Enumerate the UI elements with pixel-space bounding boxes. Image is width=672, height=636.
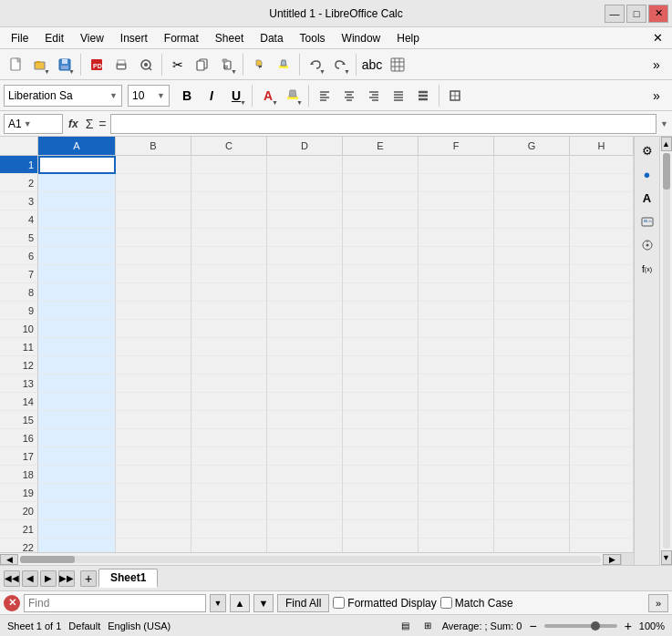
list-item[interactable]: [419, 429, 494, 447]
match-case-checkbox[interactable]: [440, 597, 452, 609]
list-item[interactable]: [419, 411, 494, 429]
list-item[interactable]: [343, 338, 419, 356]
list-item[interactable]: [116, 502, 191, 520]
list-item[interactable]: [419, 192, 494, 210]
list-item[interactable]: [343, 484, 419, 502]
v-scroll-track[interactable]: [663, 153, 670, 549]
list-item[interactable]: [267, 393, 343, 411]
col-header-A[interactable]: A: [38, 137, 116, 155]
list-item[interactable]: [343, 411, 419, 429]
menu-window[interactable]: Window: [335, 30, 388, 46]
scroll-down-button[interactable]: ▼: [661, 550, 672, 565]
row-number-2[interactable]: 2: [0, 174, 38, 192]
list-item[interactable]: [343, 229, 419, 247]
list-item[interactable]: [191, 174, 267, 192]
redo-button[interactable]: ▼: [328, 53, 352, 77]
find-all-button[interactable]: Find All: [277, 594, 329, 612]
list-item[interactable]: [191, 265, 267, 283]
list-item[interactable]: [38, 156, 116, 174]
list-item[interactable]: [38, 247, 116, 265]
row-number-1[interactable]: 1: [0, 156, 38, 174]
list-item[interactable]: [267, 466, 343, 484]
row-number-14[interactable]: 14: [0, 393, 38, 411]
list-item[interactable]: [191, 466, 267, 484]
list-item[interactable]: [267, 539, 343, 552]
list-item[interactable]: [343, 156, 419, 174]
list-item[interactable]: [570, 429, 634, 447]
row-number-16[interactable]: 16: [0, 429, 38, 447]
list-item[interactable]: [191, 520, 267, 539]
list-item[interactable]: [494, 247, 570, 265]
pdf-button[interactable]: PDF: [85, 53, 109, 77]
list-item[interactable]: [494, 502, 570, 520]
list-item[interactable]: [419, 374, 494, 393]
list-item[interactable]: [419, 229, 494, 247]
list-item[interactable]: [494, 229, 570, 247]
list-item[interactable]: [267, 429, 343, 447]
list-item[interactable]: [38, 466, 116, 484]
formula-mode-icon[interactable]: ⊞: [420, 619, 435, 633]
copy-button[interactable]: [191, 53, 214, 77]
list-item[interactable]: [343, 393, 419, 411]
list-item[interactable]: [570, 283, 634, 302]
row-number-17[interactable]: 17: [0, 447, 38, 466]
list-item[interactable]: [494, 484, 570, 502]
list-item[interactable]: [267, 356, 343, 374]
list-item[interactable]: [570, 466, 634, 484]
toolbar2-overflow-button[interactable]: »: [645, 84, 668, 108]
row-number-15[interactable]: 15: [0, 411, 38, 429]
list-item[interactable]: [116, 466, 191, 484]
list-item[interactable]: [343, 466, 419, 484]
list-item[interactable]: [38, 192, 116, 210]
menu-format[interactable]: Format: [157, 30, 206, 46]
list-item[interactable]: [116, 484, 191, 502]
bold-button[interactable]: B: [175, 84, 199, 108]
clone-formatting-button[interactable]: [247, 53, 271, 77]
toolbar-overflow-button[interactable]: »: [645, 53, 668, 77]
list-item[interactable]: [116, 302, 191, 320]
list-item[interactable]: [38, 283, 116, 302]
print-preview-button[interactable]: [134, 53, 158, 77]
list-item[interactable]: [116, 374, 191, 393]
list-item[interactable]: [419, 338, 494, 356]
list-item[interactable]: [570, 539, 634, 552]
add-sheet-button[interactable]: +: [80, 570, 97, 587]
list-item[interactable]: [267, 374, 343, 393]
list-item[interactable]: [116, 210, 191, 229]
list-item[interactable]: [570, 502, 634, 520]
list-item[interactable]: [570, 174, 634, 192]
row-number-4[interactable]: 4: [0, 210, 38, 229]
list-item[interactable]: [419, 156, 494, 174]
list-item[interactable]: [191, 484, 267, 502]
list-item[interactable]: [116, 156, 191, 174]
minimize-button[interactable]: —: [605, 5, 625, 23]
list-item[interactable]: [343, 302, 419, 320]
list-item[interactable]: [38, 447, 116, 466]
list-item[interactable]: [116, 447, 191, 466]
list-item[interactable]: [38, 174, 116, 192]
cut-button[interactable]: ✂: [166, 53, 190, 77]
list-item[interactable]: [343, 539, 419, 552]
function-list-button[interactable]: f(x): [637, 259, 657, 279]
formula-input[interactable]: [110, 114, 657, 134]
row-number-20[interactable]: 20: [0, 502, 38, 520]
list-item[interactable]: [267, 229, 343, 247]
row-number-6[interactable]: 6: [0, 247, 38, 265]
list-item[interactable]: [570, 393, 634, 411]
sheet-nav-prev[interactable]: ◀: [22, 570, 38, 587]
list-item[interactable]: [267, 484, 343, 502]
formula-dropdown-arrow[interactable]: ▼: [660, 119, 668, 128]
list-item[interactable]: [38, 356, 116, 374]
list-item[interactable]: [419, 447, 494, 466]
list-item[interactable]: [191, 411, 267, 429]
list-item[interactable]: [343, 174, 419, 192]
list-item[interactable]: [419, 539, 494, 552]
list-item[interactable]: [570, 374, 634, 393]
list-item[interactable]: [494, 156, 570, 174]
italic-button[interactable]: I: [200, 84, 223, 108]
row-number-11[interactable]: 11: [0, 338, 38, 356]
list-item[interactable]: [494, 539, 570, 552]
list-item[interactable]: [267, 520, 343, 539]
formatted-display-label[interactable]: Formatted Display: [333, 597, 436, 610]
list-item[interactable]: [494, 192, 570, 210]
